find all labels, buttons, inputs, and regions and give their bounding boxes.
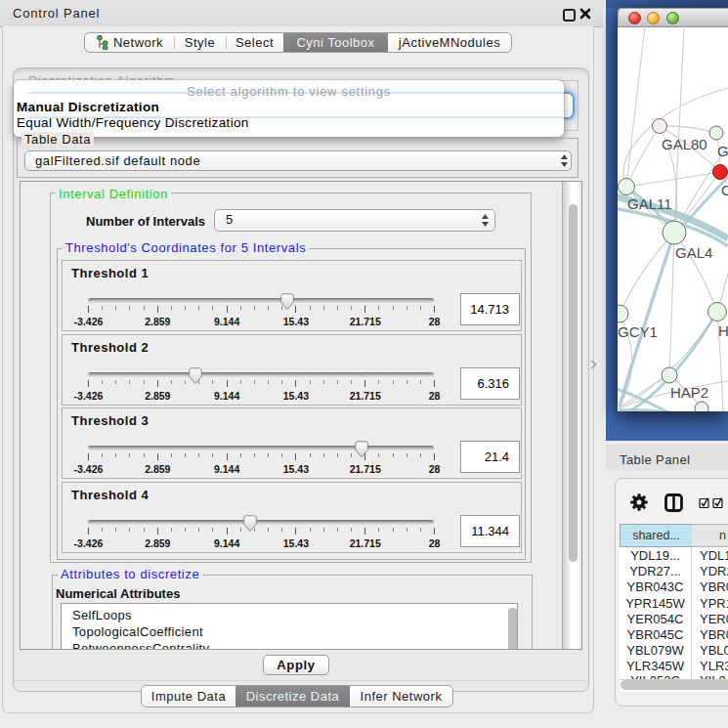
- svg-text:GCY1: GCY1: [618, 323, 658, 340]
- svg-text:GAL4: GAL4: [675, 244, 712, 261]
- svg-text:GAL80: GAL80: [662, 136, 707, 152]
- svg-text:GAL11: GAL11: [627, 195, 672, 212]
- svg-text:HAP2: HAP2: [670, 384, 708, 401]
- svg-text:H: H: [718, 322, 728, 339]
- svg-text:C: C: [721, 182, 728, 198]
- svg-text:GA: GA: [717, 143, 728, 159]
